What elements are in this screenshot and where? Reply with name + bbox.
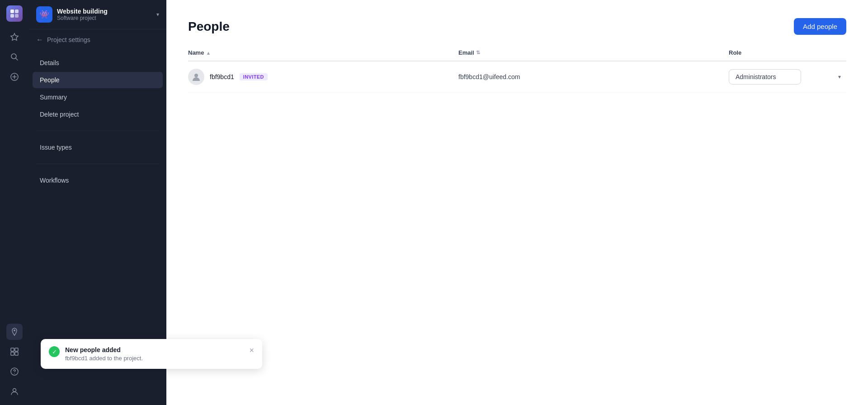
add-icon[interactable] <box>6 69 23 85</box>
toast-close-button[interactable]: × <box>249 346 254 354</box>
icon-rail <box>0 0 29 405</box>
main-content: People Add people Name ▲ Email ⇅ Role <box>166 0 868 405</box>
toast-title: New people added <box>65 346 244 353</box>
person-name: fbf9bcd1 <box>210 73 234 80</box>
sidebar-item-people[interactable]: People <box>33 72 163 88</box>
sidebar-nav-2: Issue types <box>29 135 166 160</box>
column-header-name: Name ▲ <box>188 49 458 56</box>
toast-success-icon: ✓ <box>49 346 60 357</box>
sidebar-nav: Details People Summary Delete project <box>29 50 166 127</box>
back-nav[interactable]: ← Project settings <box>29 29 166 50</box>
sidebar-divider-1 <box>36 131 159 131</box>
sort-icon-email[interactable]: ⇅ <box>476 50 480 56</box>
role-select-wrapper: Administrators Members Viewers ▾ <box>729 69 846 85</box>
svg-rect-0 <box>10 9 14 13</box>
person-email: fbf9bcd1@uifeed.com <box>458 73 520 80</box>
project-icon: 👾 <box>36 6 52 23</box>
project-subtitle: Software project <box>57 15 152 21</box>
svg-point-13 <box>13 389 16 392</box>
back-nav-label: Project settings <box>47 36 90 43</box>
app-logo-icon[interactable] <box>6 5 23 22</box>
star-icon[interactable] <box>6 29 23 45</box>
column-role-label: Role <box>729 49 741 56</box>
email-cell: fbf9bcd1@uifeed.com <box>458 73 729 80</box>
sidebar-item-details[interactable]: Details <box>33 55 163 71</box>
svg-rect-9 <box>11 352 14 355</box>
sort-icon-name[interactable]: ▲ <box>206 50 211 56</box>
sidebar-item-workflows[interactable]: Workflows <box>33 172 163 188</box>
toast-message: fbf9bcd1 added to the project. <box>65 355 244 362</box>
sidebar-item-issue-types[interactable]: Issue types <box>33 139 163 155</box>
svg-point-4 <box>11 54 16 59</box>
column-email-label: Email <box>458 49 474 56</box>
table-header: Name ▲ Email ⇅ Role <box>188 49 846 61</box>
column-header-email: Email ⇅ <box>458 49 729 56</box>
page-title: People <box>188 19 230 34</box>
grid-icon[interactable] <box>6 344 23 360</box>
toast-content: New people added fbf9bcd1 added to the p… <box>65 346 244 362</box>
sidebar-nav-3: Workflows <box>29 168 166 193</box>
column-name-label: Name <box>188 49 204 56</box>
project-name: Website building <box>57 8 152 15</box>
svg-point-6 <box>14 330 15 331</box>
people-table: Name ▲ Email ⇅ Role <box>188 49 846 93</box>
person-cell: fbf9bcd1 INVITED <box>188 69 458 85</box>
svg-point-14 <box>194 74 198 77</box>
svg-point-12 <box>14 373 15 374</box>
svg-rect-7 <box>11 348 14 351</box>
select-chevron-icon: ▾ <box>838 74 841 80</box>
role-select[interactable]: Administrators Members Viewers <box>729 69 801 85</box>
project-info: Website building Software project <box>57 8 152 21</box>
search-icon[interactable] <box>6 49 23 65</box>
avatar <box>188 69 204 85</box>
sidebar-item-delete-project[interactable]: Delete project <box>33 106 163 122</box>
page-header: People Add people <box>188 18 846 35</box>
table-row: fbf9bcd1 INVITED fbf9bcd1@uifeed.com Adm… <box>188 61 846 93</box>
content-area: People Add people Name ▲ Email ⇅ Role <box>166 0 868 405</box>
help-icon[interactable] <box>6 363 23 380</box>
chevron-down-icon: ▾ <box>156 11 159 18</box>
pin-icon[interactable] <box>6 324 23 340</box>
svg-rect-3 <box>15 14 19 18</box>
sidebar-divider-2 <box>36 164 159 164</box>
toast-notification: ✓ New people added fbf9bcd1 added to the… <box>41 339 262 369</box>
svg-rect-1 <box>15 9 19 13</box>
user-profile-icon[interactable] <box>6 383 23 400</box>
svg-rect-2 <box>10 14 14 18</box>
sidebar-item-summary[interactable]: Summary <box>33 89 163 105</box>
project-header[interactable]: 👾 Website building Software project ▾ <box>29 0 166 29</box>
invited-badge: INVITED <box>240 73 268 80</box>
svg-rect-10 <box>15 352 18 355</box>
back-arrow-icon: ← <box>36 36 43 44</box>
column-header-role: Role <box>729 49 846 56</box>
svg-rect-8 <box>15 348 18 351</box>
add-people-button[interactable]: Add people <box>794 18 846 35</box>
